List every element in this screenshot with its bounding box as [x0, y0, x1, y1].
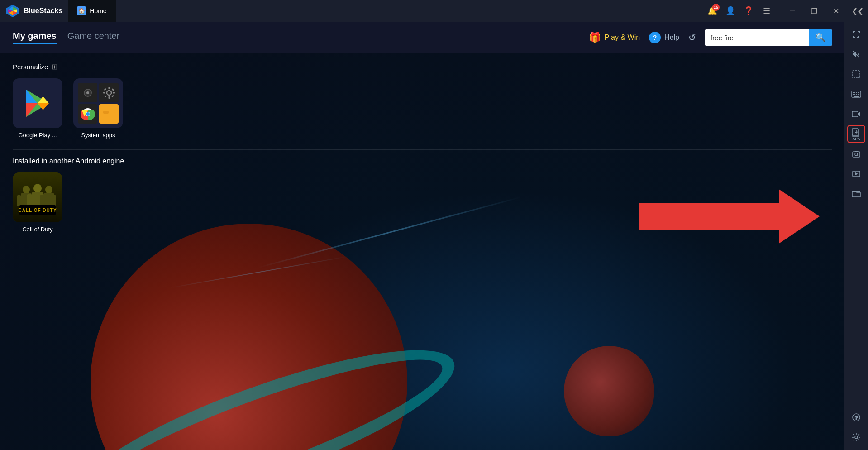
cod-label: Call of Duty — [22, 226, 52, 233]
svg-rect-35 — [17, 195, 21, 206]
keyboard-button[interactable] — [847, 85, 865, 103]
settings-sidebar-button[interactable] — [847, 428, 865, 446]
svg-point-65 — [855, 153, 858, 156]
sys-icon-record — [78, 83, 97, 102]
svg-rect-23 — [104, 95, 106, 97]
google-play-label: Google Play ... — [18, 132, 57, 139]
games-content: Personalize ⊞ — [0, 53, 844, 450]
search-button[interactable]: 🔍 — [809, 29, 832, 46]
notification-count: 15 — [712, 4, 720, 11]
main-area: My games Game center 🎁 Play & Win ? Help… — [0, 22, 868, 450]
help-sidebar-button[interactable]: ? — [847, 408, 865, 426]
other-engine-games-row: CALL OF DUTY Call of Duty — [13, 172, 832, 233]
gift-icon: 🎁 — [589, 32, 601, 43]
game-item-google-play[interactable]: Google Play ... — [13, 78, 62, 139]
svg-rect-64 — [853, 152, 860, 157]
svg-rect-54 — [856, 92, 857, 93]
svg-rect-50 — [853, 71, 860, 78]
svg-rect-53 — [854, 92, 855, 93]
sys-icon-chrome — [78, 104, 97, 124]
nav-tabs: My games Game center — [13, 31, 119, 44]
home-tab-icon: 🏠 — [77, 6, 86, 15]
personalize-label: Personalize — [13, 63, 48, 71]
svg-rect-21 — [104, 88, 106, 91]
system-apps-icon — [73, 78, 123, 128]
svg-point-33 — [23, 186, 30, 194]
account-button[interactable]: 👤 — [722, 3, 739, 19]
svg-point-28 — [86, 112, 90, 116]
search-input[interactable] — [705, 30, 809, 45]
header-actions: 🎁 Play & Win ? Help ↺ 🔍 — [589, 29, 832, 46]
minimize-button[interactable]: ─ — [782, 0, 803, 22]
help-button[interactable]: ? Help — [649, 32, 679, 43]
bluestacks-logo-icon — [5, 4, 20, 18]
screenshot-button[interactable] — [847, 145, 865, 163]
svg-marker-68 — [855, 172, 858, 175]
help-circle-icon: ? — [649, 32, 661, 43]
restore-button[interactable]: ❐ — [804, 0, 825, 22]
svg-rect-39 — [27, 194, 32, 207]
collapse-button[interactable]: ❮❮ — [847, 0, 868, 22]
svg-rect-57 — [854, 94, 855, 95]
cod-icon: CALL OF DUTY — [13, 172, 62, 222]
section-divider — [13, 149, 832, 150]
svg-rect-55 — [858, 92, 859, 93]
help-label: Help — [664, 34, 679, 42]
svg-rect-30 — [103, 111, 109, 114]
svg-text:?: ? — [855, 415, 858, 421]
svg-point-16 — [107, 91, 111, 95]
svg-rect-20 — [113, 92, 115, 93]
svg-point-41 — [45, 186, 52, 194]
fullscreen-button[interactable] — [847, 25, 865, 43]
svg-rect-43 — [40, 195, 43, 206]
titlebar-actions: 🔔 15 👤 ❓ ☰ — [704, 3, 778, 19]
notifications-button[interactable]: 🔔 15 — [704, 3, 720, 19]
window-controls: ─ ❐ ✕ ❮❮ — [782, 0, 868, 22]
svg-point-15 — [86, 91, 89, 94]
tab-my-games[interactable]: My games — [13, 31, 57, 44]
sys-icon-folder — [99, 104, 119, 124]
titlebar: BlueStacks 🏠 Home 🔔 15 👤 ❓ ☰ ─ ❐ ✕ ❮❮ — [0, 0, 868, 22]
installed-section-title: Installed in another Android engine — [13, 157, 832, 165]
grid-icon[interactable]: ⊞ — [52, 62, 57, 71]
games-area: Personalize ⊞ — [0, 53, 844, 450]
svg-rect-61 — [852, 111, 858, 117]
game-item-system-apps[interactable]: System apps — [73, 78, 123, 139]
help-titlebar-button[interactable]: ❓ — [740, 3, 757, 19]
google-play-icon — [13, 78, 62, 128]
play-win-label: Play & Win — [605, 34, 640, 42]
svg-rect-24 — [111, 95, 114, 97]
search-container: 🔍 — [705, 29, 832, 46]
svg-point-37 — [33, 184, 42, 193]
right-sidebar: APK ··· — [844, 22, 868, 450]
refresh-button[interactable]: ↺ — [688, 32, 696, 43]
svg-rect-59 — [858, 94, 859, 95]
svg-text:CALL OF DUTY: CALL OF DUTY — [18, 208, 57, 213]
more-button[interactable]: ··· — [847, 297, 865, 315]
selection-button[interactable] — [847, 65, 865, 83]
game-item-cod[interactable]: CALL OF DUTY Call of Duty — [13, 172, 62, 233]
sys-icon-gear — [99, 83, 119, 102]
folder-button[interactable] — [847, 185, 865, 203]
svg-point-71 — [855, 436, 858, 439]
media-button[interactable] — [847, 165, 865, 183]
svg-rect-56 — [853, 94, 854, 95]
app-name: BlueStacks — [24, 7, 62, 15]
screen-record-button[interactable] — [847, 105, 865, 123]
menu-button[interactable]: ☰ — [758, 3, 775, 19]
close-button[interactable]: ✕ — [825, 0, 846, 22]
installed-games-row: Google Play ... — [13, 78, 832, 139]
home-tab[interactable]: 🏠 Home — [68, 0, 115, 22]
system-apps-label: System apps — [81, 132, 115, 139]
apk-install-button[interactable]: APK — [847, 125, 865, 143]
svg-rect-58 — [856, 94, 857, 95]
svg-rect-52 — [853, 92, 854, 93]
app-logo: BlueStacks — [0, 4, 68, 18]
home-tab-label: Home — [90, 7, 106, 14]
svg-rect-17 — [108, 87, 110, 89]
svg-rect-66 — [855, 151, 858, 152]
volume-button[interactable] — [847, 45, 865, 63]
svg-rect-22 — [111, 88, 114, 91]
play-win-button[interactable]: 🎁 Play & Win — [589, 32, 640, 43]
tab-game-center[interactable]: Game center — [67, 31, 120, 44]
